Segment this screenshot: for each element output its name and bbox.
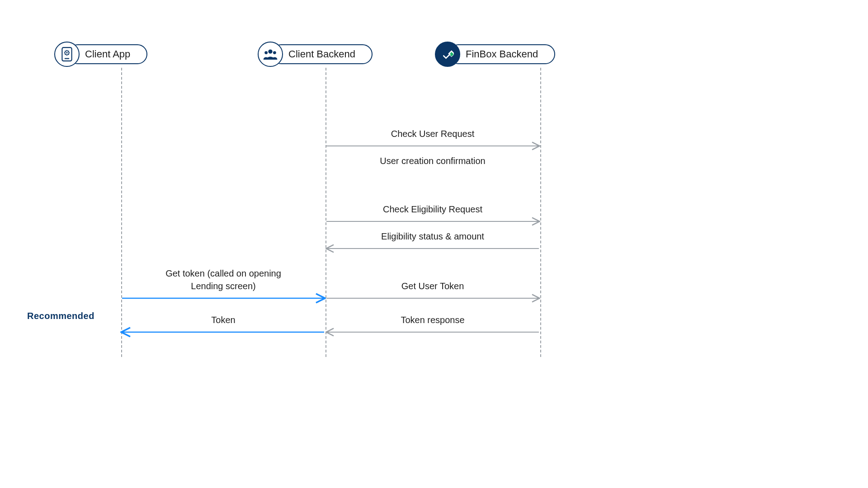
actor-label: Client App — [85, 48, 130, 60]
lifeline-client-app — [121, 68, 122, 357]
label-token: Token — [124, 315, 323, 325]
svg-point-2 — [66, 52, 67, 53]
actor-client-app-label: Client App — [68, 44, 147, 64]
actor-client-backend: Client Backend — [258, 42, 373, 67]
label-user-creation-confirmation: User creation confirmation — [333, 156, 532, 166]
sequence-diagram: Client App Client Backend — [0, 0, 659, 369]
label-eligibility-status: Eligibility status & amount — [333, 231, 532, 242]
annotation-recommended: Recommended — [27, 311, 94, 321]
svg-point-14 — [273, 51, 276, 54]
label-get-token-line2: Lending screen) — [124, 281, 323, 291]
label-get-user-token: Get User Token — [333, 281, 532, 291]
svg-point-13 — [264, 51, 268, 54]
actor-client-backend-label: Client Backend — [271, 44, 373, 64]
svg-line-8 — [68, 54, 69, 55]
lifeline-finbox-backend — [540, 68, 541, 357]
actor-finbox-backend-label: FinBox Backend — [448, 44, 555, 64]
svg-line-7 — [65, 51, 66, 51]
label-check-eligibility-request: Check Eligibility Request — [333, 204, 532, 215]
svg-line-9 — [65, 54, 66, 55]
actor-finbox-backend: FinBox Backend — [435, 42, 555, 67]
finbox-logo-icon — [435, 42, 460, 67]
label-get-token-line1: Get token (called on opening — [124, 268, 323, 279]
phone-settings-icon — [54, 42, 80, 67]
svg-line-10 — [68, 51, 69, 51]
actor-client-app: Client App — [54, 42, 147, 67]
lifeline-client-backend — [326, 68, 326, 357]
actor-label: Client Backend — [288, 48, 355, 60]
svg-point-12 — [268, 49, 272, 53]
label-check-user-request: Check User Request — [333, 129, 532, 139]
users-group-icon — [258, 42, 283, 67]
label-token-response: Token response — [333, 315, 532, 325]
actor-label: FinBox Backend — [466, 48, 538, 60]
